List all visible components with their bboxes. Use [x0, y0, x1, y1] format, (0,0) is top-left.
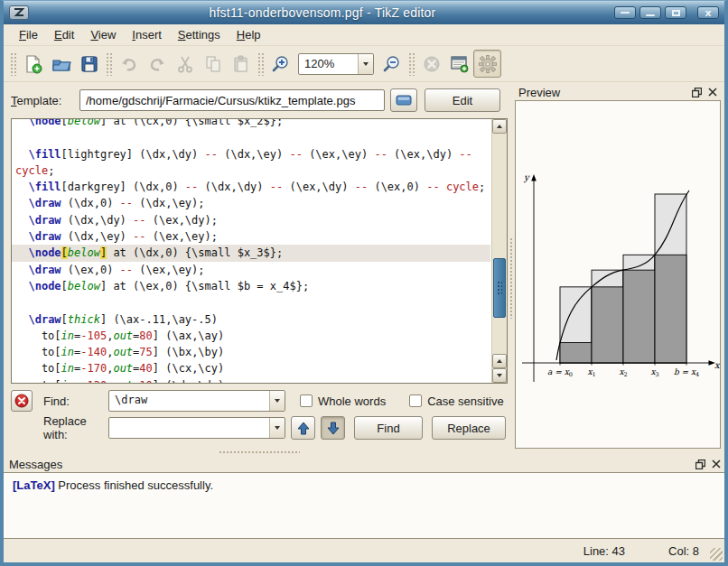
stop-process-button[interactable] — [417, 50, 445, 78]
replace-value[interactable] — [109, 418, 269, 438]
folder-open-icon — [396, 94, 412, 107]
scrollbar-thumb[interactable] — [493, 258, 506, 318]
code-line[interactable]: \draw (\dx,\ey) -- (\ex,\ey); — [12, 228, 490, 245]
code-line[interactable]: \fill[darkgrey] (\dx,0) -- (\dx,\dy) -- … — [12, 179, 490, 195]
code-line[interactable]: \draw (\ex,0) -- (\ex,\ey); — [12, 262, 490, 278]
close-button[interactable]: x — [697, 6, 719, 19]
messages-dock-header[interactable]: Messages — [4, 456, 724, 472]
menu-help[interactable]: Help — [229, 25, 269, 44]
vertical-splitter[interactable] — [508, 84, 515, 449]
title-bar[interactable]: hfst11-onderbovensom.pgf - TikZ editor x — [4, 1, 724, 24]
messages-dock: Messages [LaTeX] Process finished succes… — [4, 456, 724, 539]
code-line[interactable]: cycle; — [12, 162, 490, 179]
find-previous-button[interactable] — [291, 416, 315, 440]
find-next-button[interactable] — [321, 416, 345, 440]
menu-edit[interactable]: Edit — [46, 25, 82, 44]
scroll-down-button[interactable] — [492, 368, 507, 383]
code-line[interactable] — [12, 294, 490, 311]
find-replace-bar: Find: \draw Whole words Case sensitive — [11, 384, 508, 443]
case-sensitive-option[interactable]: Case sensitive — [409, 394, 504, 408]
browse-template-button[interactable] — [390, 88, 417, 112]
replace-button[interactable]: Replace — [432, 416, 506, 440]
arrow-up-icon — [297, 422, 310, 435]
template-row: Template: Edit — [11, 86, 508, 115]
zoom-in-button[interactable] — [266, 50, 294, 78]
scrollbar-track[interactable] — [492, 134, 507, 354]
template-path-input[interactable] — [79, 89, 385, 111]
preview-dock-header[interactable]: Preview — [515, 84, 721, 100]
replace-combo-dropdown[interactable] — [269, 418, 285, 438]
build-preview-button[interactable] — [445, 50, 473, 78]
float-dock-button[interactable] — [690, 86, 703, 98]
maximize-button[interactable] — [665, 6, 686, 19]
chevron-down-icon — [275, 399, 280, 403]
zoom-level-value[interactable]: 120% — [299, 54, 358, 74]
minimize-button[interactable] — [639, 6, 661, 19]
resize-grip[interactable] — [710, 548, 723, 561]
message-tag: [LaTeX] — [13, 478, 55, 492]
close-findbar-button[interactable] — [11, 390, 33, 412]
code-content[interactable]: \node[below] at (\cx,0) {\small $x_2$}; … — [12, 118, 490, 384]
find-row: Find: \draw Whole words Case sensitive — [11, 389, 508, 413]
float-dock-button[interactable] — [694, 458, 706, 470]
replace-combobox[interactable] — [108, 417, 285, 439]
chevron-up-icon — [497, 125, 502, 128]
edit-template-button[interactable]: Edit — [425, 88, 500, 112]
code-line[interactable]: to[in=-130,out=10] (\dx,\dy) — [12, 377, 490, 384]
zoom-in-icon — [271, 54, 291, 74]
code-line[interactable]: \fill[lightgrey] (\dx,\dy) -- (\dx,\ey) … — [12, 146, 490, 162]
toolbar-handle[interactable] — [10, 52, 16, 76]
close-dock-button[interactable] — [706, 86, 719, 98]
minimize-icon — [646, 14, 655, 16]
code-line[interactable]: to[in=-105,out=80] (\ax,\ay) — [12, 328, 490, 344]
case-sensitive-checkbox[interactable] — [409, 394, 422, 407]
float-icon — [692, 88, 702, 97]
code-line[interactable]: to[in=-170,out=40] (\cx,\cy) — [12, 360, 490, 376]
app-menu-icon[interactable] — [9, 5, 29, 20]
whole-words-option[interactable]: Whole words — [300, 394, 386, 408]
code-line[interactable]: \draw (\dx,\dy) -- (\ex,\dy); — [12, 212, 490, 228]
svg-text:y: y — [523, 172, 530, 183]
copy-button[interactable] — [199, 50, 227, 78]
horizontal-splitter[interactable] — [4, 449, 724, 456]
new-file-button[interactable] — [19, 50, 47, 78]
save-button[interactable] — [75, 50, 103, 78]
zoom-level-combobox[interactable]: 120% — [298, 53, 374, 75]
shade-button[interactable] — [614, 6, 636, 19]
chevron-down-icon — [497, 374, 502, 377]
menu-view[interactable]: View — [82, 25, 124, 44]
status-bar: Line: 43 Col: 8 — [4, 539, 724, 562]
paste-button[interactable] — [227, 50, 255, 78]
menu-file[interactable]: File — [11, 25, 46, 44]
find-combobox[interactable]: \draw — [108, 390, 285, 412]
svg-text:x2: x2 — [619, 367, 627, 378]
code-line[interactable]: \draw[thick] (\ax-.11,\ay-.5) — [12, 311, 490, 328]
open-file-button[interactable] — [47, 50, 75, 78]
menu-settings[interactable]: Settings — [170, 25, 229, 44]
scroll-up-button-bottom[interactable] — [492, 354, 507, 368]
whole-words-checkbox[interactable] — [300, 394, 313, 407]
messages-log: [LaTeX] Process finished successfully. — [4, 472, 724, 539]
undo-button[interactable] — [115, 50, 143, 78]
find-button[interactable]: Find — [354, 416, 423, 440]
cut-button[interactable] — [171, 50, 199, 78]
code-line[interactable]: to[in=-140,out=75] (\bx,\by) — [12, 344, 490, 360]
code-line[interactable]: \node[below] at (\dx,0) {\small $x_3$}; — [12, 245, 490, 261]
code-line[interactable]: \node[below] at (\cx,0) {\small $x_2$}; — [12, 118, 490, 129]
code-line[interactable] — [12, 129, 490, 145]
app-window: hfst11-onderbovensom.pgf - TikZ editor x… — [0, 0, 728, 566]
code-line[interactable]: \node[below] at (\ex,0) {\small $b = x_4… — [12, 278, 490, 294]
code-line[interactable]: \draw (\dx,0) -- (\dx,\ey); — [12, 195, 490, 211]
zoom-out-button[interactable] — [378, 50, 406, 78]
auto-build-gear-button[interactable] — [473, 50, 501, 78]
find-combo-dropdown[interactable] — [269, 391, 285, 411]
zoom-combo-dropdown[interactable] — [358, 54, 373, 74]
editor-scrollbar[interactable] — [491, 119, 507, 383]
redo-button[interactable] — [143, 50, 171, 78]
float-icon — [695, 459, 705, 469]
code-editor[interactable]: \node[below] at (\cx,0) {\small $x_2$}; … — [11, 118, 508, 384]
menu-insert[interactable]: Insert — [124, 25, 170, 44]
find-query[interactable]: \draw — [109, 391, 269, 411]
scroll-up-button[interactable] — [492, 119, 507, 134]
close-dock-button[interactable] — [710, 458, 723, 470]
